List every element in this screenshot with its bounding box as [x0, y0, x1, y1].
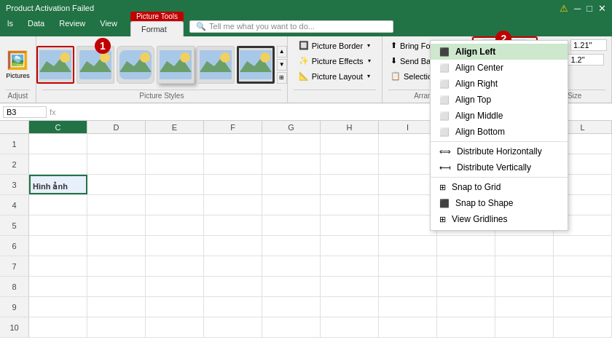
cell-h8[interactable] — [321, 277, 379, 296]
cell-g3[interactable] — [262, 175, 321, 194]
cell-i5[interactable] — [379, 215, 437, 235]
col-header-H[interactable]: H — [321, 121, 379, 133]
style-thumb-3[interactable] — [117, 46, 154, 84]
cell-e3[interactable] — [146, 175, 204, 194]
cell-l6[interactable] — [554, 236, 612, 256]
picture-layout-btn[interactable]: 📐 Picture Layout ▾ — [294, 70, 374, 82]
cell-k7[interactable] — [495, 256, 554, 276]
close-icon[interactable]: ✕ — [598, 3, 606, 14]
cell-d7[interactable] — [87, 256, 146, 276]
border-dropdown-arrow[interactable]: ▾ — [367, 42, 370, 49]
picture-border-btn[interactable]: 🔲 Picture Border ▾ — [294, 39, 374, 52]
cell-k10[interactable] — [495, 317, 554, 337]
cell-h5[interactable] — [321, 215, 379, 235]
cell-i4[interactable] — [379, 195, 437, 215]
cell-g5[interactable] — [262, 215, 321, 235]
pictures-icon-group[interactable]: 🖼️ Pictures — [6, 50, 30, 79]
cell-i8[interactable] — [379, 277, 437, 296]
search-bar[interactable]: 🔍 Tell me what you want to do... — [189, 20, 393, 33]
styles-arrows[interactable]: ▲ ▼ ⊞ — [277, 46, 287, 84]
cell-f9[interactable] — [204, 297, 262, 317]
height-input[interactable] — [570, 39, 607, 51]
cell-c2[interactable] — [29, 154, 87, 174]
cell-j6[interactable] — [437, 236, 495, 256]
cell-j7[interactable] — [437, 256, 495, 276]
cell-d1[interactable] — [87, 134, 146, 154]
picture-effects-btn[interactable]: ✨ Picture Effects ▾ — [294, 55, 375, 67]
cell-h1[interactable] — [321, 134, 379, 154]
cell-g7[interactable] — [262, 256, 321, 276]
cell-k8[interactable] — [495, 277, 554, 296]
cell-g6[interactable] — [262, 236, 321, 256]
cell-i9[interactable] — [379, 297, 437, 317]
cell-i10[interactable] — [379, 317, 437, 337]
cell-e8[interactable] — [146, 277, 204, 296]
layout-dropdown-arrow[interactable]: ▾ — [367, 73, 370, 79]
cell-f7[interactable] — [204, 256, 262, 276]
cell-e9[interactable] — [146, 297, 204, 317]
cell-i2[interactable] — [379, 154, 437, 174]
cell-c10[interactable] — [29, 317, 87, 337]
effects-dropdown-arrow[interactable]: ▾ — [368, 58, 371, 64]
menu-item-align-right[interactable]: ⬜ Align Right — [431, 76, 568, 92]
menu-item-distribute-v[interactable]: ⟻ Distribute Vertically — [431, 159, 568, 175]
cell-d5[interactable] — [87, 215, 146, 235]
cell-d8[interactable] — [87, 277, 146, 296]
cell-f10[interactable] — [204, 317, 262, 337]
cell-d4[interactable] — [87, 195, 146, 215]
cell-h7[interactable] — [321, 256, 379, 276]
styles-expand-arrow[interactable]: ⊞ — [277, 72, 287, 84]
cell-i6[interactable] — [379, 236, 437, 256]
cell-c8[interactable] — [29, 277, 87, 296]
menu-item-align-middle[interactable]: ⬜ Align Middle — [431, 108, 568, 124]
cell-l9[interactable] — [554, 297, 612, 317]
cell-g8[interactable] — [262, 277, 321, 296]
cell-i7[interactable] — [379, 256, 437, 276]
cell-e7[interactable] — [146, 256, 204, 276]
tab-review[interactable]: Review — [52, 16, 93, 36]
cell-i3[interactable] — [379, 175, 437, 194]
col-header-C[interactable]: C — [29, 121, 87, 133]
maximize-icon[interactable]: □ — [586, 3, 592, 14]
cell-j10[interactable] — [437, 317, 495, 337]
cell-c7[interactable] — [29, 256, 87, 276]
cell-e5[interactable] — [146, 215, 204, 235]
cell-h3[interactable] — [321, 175, 379, 194]
tab-ls[interactable]: ls — [0, 16, 20, 36]
style-thumb-5[interactable] — [197, 46, 235, 84]
styles-up-arrow[interactable]: ▲ — [277, 46, 287, 58]
cell-i1[interactable] — [379, 134, 437, 154]
cell-e6[interactable] — [146, 236, 204, 256]
cell-d6[interactable] — [87, 236, 146, 256]
menu-item-align-left[interactable]: ⬛ Align Left — [431, 44, 568, 60]
menu-item-snap-shape[interactable]: ⬛ Snap to Shape — [431, 195, 568, 211]
cell-c9[interactable] — [29, 297, 87, 317]
cell-c5[interactable] — [29, 215, 87, 235]
cell-h6[interactable] — [321, 236, 379, 256]
col-header-G[interactable]: G — [262, 121, 321, 133]
tab-data[interactable]: Data — [20, 16, 52, 36]
cell-d10[interactable] — [87, 317, 146, 337]
cell-f4[interactable] — [204, 195, 262, 215]
cell-h9[interactable] — [321, 297, 379, 317]
cell-e2[interactable] — [146, 154, 204, 174]
cell-j9[interactable] — [437, 297, 495, 317]
cell-d9[interactable] — [87, 297, 146, 317]
cell-l10[interactable] — [554, 317, 612, 337]
cell-d3[interactable] — [87, 175, 146, 194]
cell-l7[interactable] — [554, 256, 612, 276]
style-thumb-6[interactable] — [237, 46, 275, 84]
cell-f8[interactable] — [204, 277, 262, 296]
tab-format[interactable]: Format — [130, 21, 184, 36]
cell-f2[interactable] — [204, 154, 262, 174]
cell-h10[interactable] — [321, 317, 379, 337]
cell-h2[interactable] — [321, 154, 379, 174]
cell-f6[interactable] — [204, 236, 262, 256]
col-header-E[interactable]: E — [146, 121, 204, 133]
cell-f3[interactable] — [204, 175, 262, 194]
cell-k9[interactable] — [495, 297, 554, 317]
cell-e10[interactable] — [146, 317, 204, 337]
cell-c3-img[interactable]: Hình ảnh — [29, 175, 87, 194]
menu-item-view-gridlines[interactable]: ⊞ View Gridlines — [431, 211, 568, 227]
menu-item-align-top[interactable]: ⬜ Align Top — [431, 92, 568, 108]
